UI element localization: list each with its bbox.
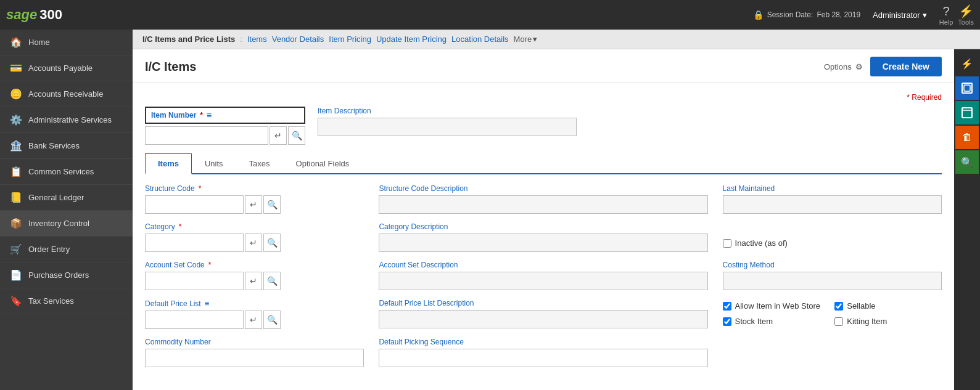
subnav-link-items[interactable]: Items — [247, 35, 267, 44]
item-description-input[interactable] — [318, 118, 577, 136]
item-number-input-group: ↵ 🔍 — [145, 126, 305, 145]
inactive-field: Inactive (as of) — [723, 222, 942, 252]
admin-button[interactable]: Administrator ▾ — [873, 10, 927, 20]
tab-units[interactable]: Units — [192, 153, 236, 174]
account-set-code-enter-btn[interactable]: ↵ — [245, 272, 262, 290]
window2-button[interactable] — [955, 101, 979, 124]
accounts-payable-icon: 💳 — [10, 62, 22, 74]
tab-optional-fields[interactable]: Optional Fields — [283, 153, 363, 174]
default-price-list-field: Default Price List ≡ ↵ 🔍 — [145, 299, 364, 329]
subnav-more-button[interactable]: More ▾ — [514, 35, 538, 44]
sidebar-item-accounts-receivable[interactable]: 🪙 Accounts Receivable — [0, 81, 133, 107]
category-desc-field: Category Description — [379, 222, 707, 252]
tools-button[interactable]: ⚡ Tools — [958, 4, 974, 26]
session-label: Session Date: — [767, 10, 813, 19]
list-icon: ≡ — [207, 110, 212, 120]
window2-icon — [961, 107, 973, 118]
costing-method-input[interactable] — [723, 272, 942, 290]
default-price-list-desc-input[interactable] — [379, 310, 707, 328]
sidebar-item-bank-services[interactable]: 🏦 Bank Services — [0, 133, 133, 159]
sidebar-item-label: Common Services — [28, 167, 94, 176]
subnav-link-location-details[interactable]: Location Details — [451, 35, 509, 44]
last-maintained-input[interactable] — [723, 195, 942, 214]
window1-button[interactable] — [955, 76, 979, 100]
default-picking-sequence-field: Default Picking Sequence — [379, 338, 707, 367]
default-price-list-enter-btn[interactable]: ↵ — [245, 311, 262, 329]
general-ledger-icon: 📒 — [10, 192, 22, 203]
allow-item-web-store-checkbox[interactable] — [723, 302, 731, 311]
lightning-button[interactable]: ⚡ — [955, 52, 979, 75]
options-label: Options — [824, 62, 852, 71]
category-search-btn[interactable]: 🔍 — [263, 234, 281, 252]
last-maintained-label: Last Maintained — [723, 184, 942, 193]
sidebar-item-common-services[interactable]: 📋 Common Services — [0, 159, 133, 185]
item-number-input[interactable] — [145, 126, 268, 145]
item-number-search-btn[interactable]: 🔍 — [288, 126, 305, 145]
tax-services-icon: 🔖 — [10, 295, 22, 307]
search-button[interactable]: 🔍 — [955, 150, 979, 174]
category-input-group: ↵ 🔍 — [145, 234, 364, 252]
category-desc-input[interactable] — [379, 234, 707, 252]
default-picking-sequence-label: Default Picking Sequence — [379, 338, 707, 346]
subnav-link-item-pricing[interactable]: Item Pricing — [329, 35, 371, 44]
options-button[interactable]: Options ⚙ — [824, 62, 863, 71]
sidebar-item-label: Purchase Orders — [28, 270, 89, 280]
tabs-row: Items Units Taxes Optional Fields — [145, 153, 942, 174]
sidebar-item-accounts-payable[interactable]: 💳 Accounts Payable — [0, 55, 133, 81]
sidebar-item-label: Bank Services — [28, 141, 80, 150]
account-set-desc-field: Account Set Description — [379, 261, 707, 290]
delete-button[interactable]: 🗑 — [955, 126, 979, 149]
default-price-list-label: Default Price List ≡ — [145, 299, 364, 308]
default-price-list-desc-field: Default Price List Description — [379, 299, 707, 329]
sellable-checkbox[interactable] — [834, 302, 843, 311]
default-price-list-search-btn[interactable]: 🔍 — [263, 311, 281, 329]
tab-taxes[interactable]: Taxes — [236, 153, 283, 174]
form-area: * Required Item Number * ≡ ↵ — [133, 83, 954, 386]
sidebar-item-inventory-control[interactable]: 📦 Inventory Control — [0, 211, 133, 237]
lock-icon: 🔒 — [753, 10, 764, 20]
kitting-item-row: Kitting Item — [834, 317, 942, 326]
sidebar-item-purchase-orders[interactable]: 📄 Purchase Orders — [0, 262, 133, 288]
item-number-enter-btn[interactable]: ↵ — [270, 126, 287, 145]
account-set-code-input[interactable] — [145, 272, 244, 290]
structure-code-label: Structure Code * — [145, 184, 364, 193]
required-star: * — [199, 184, 202, 193]
structure-code-enter-btn[interactable]: ↵ — [245, 195, 262, 214]
structure-code-search-btn[interactable]: 🔍 — [263, 195, 281, 214]
account-set-desc-input[interactable] — [379, 272, 707, 290]
accounts-receivable-icon: 🪙 — [10, 88, 22, 100]
sidebar-item-home[interactable]: 🏠 Home — [0, 30, 133, 55]
inactive-checkbox-row: Inactive (as of) — [723, 238, 942, 248]
common-services-icon: 📋 — [10, 166, 22, 177]
sidebar-item-administrative-services[interactable]: ⚙️ Administrative Services — [0, 107, 133, 133]
sidebar-item-label: Administrative Services — [28, 115, 112, 124]
help-button[interactable]: ? Help — [939, 4, 953, 26]
inactive-label: Inactive (as of) — [735, 238, 788, 248]
structure-code-desc-input[interactable] — [379, 195, 707, 214]
commodity-number-input[interactable] — [145, 349, 364, 367]
sidebar-item-order-entry[interactable]: 🛒 Order Entry — [0, 237, 133, 262]
sellable-label: Sellable — [847, 301, 875, 311]
page-title: I/C Items — [145, 60, 196, 74]
inactive-checkbox[interactable] — [723, 239, 731, 248]
subnav-link-update-item-pricing[interactable]: Update Item Pricing — [376, 35, 447, 44]
category-enter-btn[interactable]: ↵ — [245, 234, 262, 252]
commodity-number-label: Commodity Number — [145, 338, 364, 346]
category-input[interactable] — [145, 234, 244, 252]
account-set-code-search-btn[interactable]: 🔍 — [263, 272, 281, 290]
tab-items[interactable]: Items — [145, 153, 192, 174]
sidebar-item-general-ledger[interactable]: 📒 General Ledger — [0, 185, 133, 211]
stock-item-checkbox[interactable] — [723, 317, 731, 326]
sidebar-item-tax-services[interactable]: 🔖 Tax Services — [0, 288, 133, 314]
structure-code-desc-field: Structure Code Description — [379, 184, 707, 214]
sidebar-item-label: Home — [28, 38, 50, 47]
session-date-value: Feb 28, 2019 — [817, 10, 860, 19]
default-price-list-input[interactable] — [145, 311, 244, 329]
kitting-item-checkbox[interactable] — [834, 317, 843, 326]
subnav-link-vendor-details[interactable]: Vendor Details — [272, 35, 324, 44]
create-new-button[interactable]: Create New — [870, 57, 942, 76]
default-picking-sequence-input[interactable] — [379, 349, 707, 367]
subnav-title: I/C Items and Price Lists — [142, 35, 235, 44]
structure-code-input[interactable] — [145, 195, 244, 214]
account-set-code-label: Account Set Code * — [145, 261, 364, 269]
